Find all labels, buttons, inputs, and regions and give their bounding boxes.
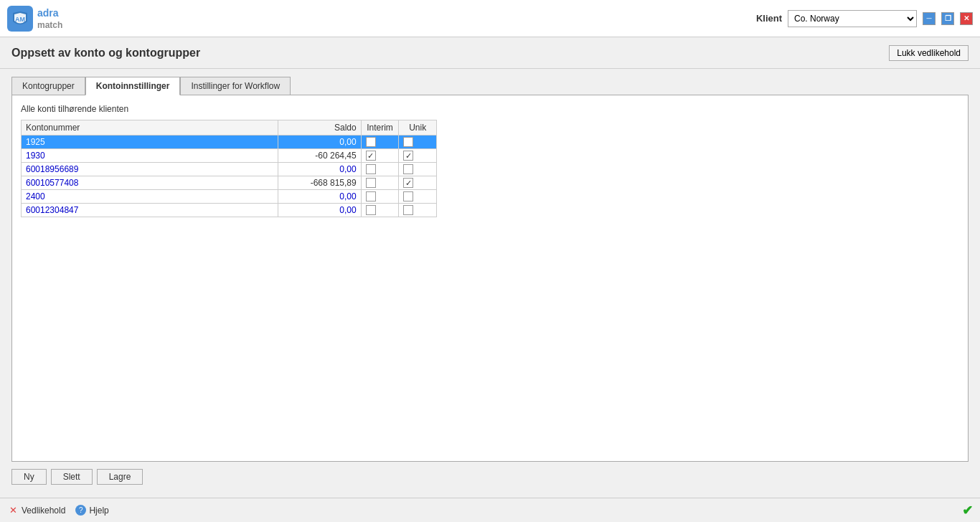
checkbox-interim[interactable] (366, 178, 376, 188)
tab-panel: Alle konti tilhørende klienten Kontonumm… (11, 95, 969, 462)
cell-saldo: 0,00 (278, 204, 361, 217)
hjelp-label: Hjelp (89, 506, 108, 516)
logo-icon: AM (7, 6, 33, 32)
main-content: Kontogrupper Kontoinnstillinger Instilli… (0, 69, 980, 498)
cell-kontonummer: 1925 (22, 136, 278, 149)
footer: ✕ Vedlikehold ? Hjelp ✔ (0, 498, 980, 522)
hjelp-icon: ? (75, 505, 86, 516)
checkbox-unik[interactable]: ✓ (403, 151, 413, 161)
cell-interim[interactable]: ✓ (361, 149, 399, 163)
vedlikehold-item[interactable]: ✕ Vedlikehold (7, 505, 65, 516)
close-button[interactable]: ✕ (960, 12, 973, 25)
checkbox-unik[interactable] (403, 164, 413, 174)
cell-interim[interactable] (361, 163, 399, 176)
page-title: Oppsett av konto og kontogrupper (11, 47, 200, 60)
cell-unik[interactable] (399, 163, 437, 176)
cell-saldo: 0,00 (278, 190, 361, 204)
checkbox-unik[interactable] (403, 205, 413, 215)
vedlikehold-icon: ✕ (7, 505, 19, 516)
ny-button[interactable]: Ny (11, 469, 47, 485)
cell-kontonummer: 1930 (22, 149, 278, 163)
slett-button[interactable]: Slett (51, 469, 93, 485)
cell-unik[interactable] (399, 204, 437, 217)
checkbox-interim[interactable]: ✓ (366, 151, 376, 161)
klient-label: Klient (756, 13, 782, 24)
tab-bar: Kontogrupper Kontoinnstillinger Instilli… (11, 76, 969, 95)
checkbox-interim[interactable] (366, 205, 376, 215)
green-check-icon: ✔ (962, 503, 973, 518)
section-title: Alle konti tilhørende klienten (21, 104, 959, 114)
action-buttons: Ny Slett Lagre (11, 469, 969, 485)
tab-workflow[interactable]: Instillinger for Workflow (180, 77, 291, 95)
lukk-vedlikehold-button[interactable]: Lukk vedlikehold (889, 45, 969, 61)
cell-saldo: 0,00 (278, 136, 361, 149)
cell-saldo: 0,00 (278, 163, 361, 176)
accounts-tbody: 19250,001930-60 264,45✓✓600189566890,006… (22, 136, 437, 217)
cell-unik[interactable]: ✓ (399, 149, 437, 163)
col-header-interim: Interim (361, 120, 399, 136)
table-row[interactable]: 600189566890,00 (22, 163, 437, 176)
header: AM adramatch Klient Co. Norway ─ ❐ ✕ (0, 0, 980, 37)
accounts-table: Kontonummer Saldo Interim Unik 19250,001… (21, 120, 437, 217)
cell-unik[interactable]: ✓ (399, 176, 437, 190)
cell-unik[interactable] (399, 136, 437, 149)
checkbox-unik[interactable] (403, 191, 413, 201)
tab-kontogrupper[interactable]: Kontogrupper (11, 77, 85, 95)
checkbox-unik[interactable] (403, 137, 413, 147)
restore-button[interactable]: ❐ (941, 12, 954, 25)
col-header-saldo: Saldo (278, 120, 361, 136)
vedlikehold-label: Vedlikehold (22, 506, 65, 516)
header-right: Klient Co. Norway ─ ❐ ✕ (756, 10, 973, 27)
cell-saldo: -60 264,45 (278, 149, 361, 163)
checkbox-interim[interactable] (366, 191, 376, 201)
checkbox-unik[interactable]: ✓ (403, 178, 413, 188)
logo-text: adramatch (37, 7, 62, 30)
cell-interim[interactable] (361, 176, 399, 190)
hjelp-item[interactable]: ? Hjelp (75, 505, 108, 516)
client-dropdown[interactable]: Co. Norway (788, 10, 917, 27)
checkbox-interim[interactable] (366, 164, 376, 174)
cell-kontonummer: 60018956689 (22, 163, 278, 176)
cell-kontonummer: 60012304847 (22, 204, 278, 217)
minimize-button[interactable]: ─ (923, 12, 936, 25)
table-row[interactable]: 600123048470,00 (22, 204, 437, 217)
title-bar: Oppsett av konto og kontogrupper Lukk ve… (0, 37, 980, 69)
tab-kontoinnstillinger[interactable]: Kontoinnstillinger (85, 77, 181, 95)
col-header-kontonummer: Kontonummer (22, 120, 278, 136)
table-row[interactable]: 24000,00 (22, 190, 437, 204)
cell-interim[interactable] (361, 136, 399, 149)
table-row[interactable]: 1930-60 264,45✓✓ (22, 149, 437, 163)
cell-interim[interactable] (361, 204, 399, 217)
lagre-button[interactable]: Lagre (97, 469, 143, 485)
cell-interim[interactable] (361, 190, 399, 204)
svg-text:AM: AM (15, 16, 25, 23)
cell-kontonummer: 2400 (22, 190, 278, 204)
logo: AM adramatch (7, 6, 62, 32)
cell-unik[interactable] (399, 190, 437, 204)
table-row[interactable]: 19250,00 (22, 136, 437, 149)
cell-kontonummer: 60010577408 (22, 176, 278, 190)
col-header-unik: Unik (399, 120, 437, 136)
checkbox-interim[interactable] (366, 137, 376, 147)
cell-saldo: -668 815,89 (278, 176, 361, 190)
table-row[interactable]: 60010577408-668 815,89✓ (22, 176, 437, 190)
